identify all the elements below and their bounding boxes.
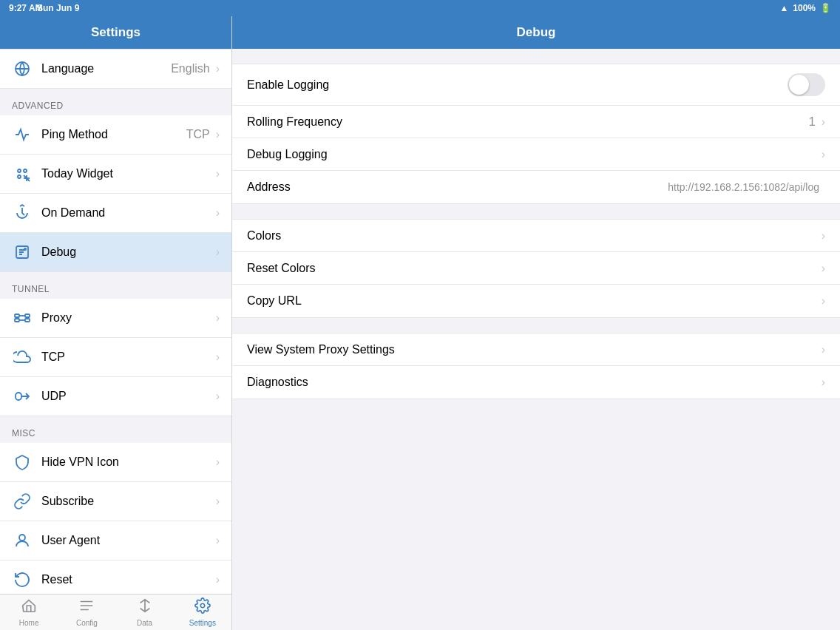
- address-value: http://192.168.2.156:1082/api/log: [668, 181, 819, 193]
- svg-rect-10: [25, 314, 30, 317]
- sidebar: Settings Language English › ADVANCED: [0, 16, 232, 630]
- tcp-label: TCP: [41, 350, 216, 364]
- ping-value: TCP: [186, 128, 210, 141]
- user-agent-label: User Agent: [41, 534, 216, 547]
- tunnel-header: TUNNEL: [0, 272, 231, 299]
- detail-row-diagnostics[interactable]: Diagnostics ›: [232, 366, 840, 399]
- main-layout: Settings Language English › ADVANCED: [0, 16, 840, 630]
- sidebar-item-subscribe[interactable]: Subscribe ›: [0, 482, 231, 521]
- sidebar-item-debug[interactable]: Debug ›: [0, 233, 231, 272]
- data-tab-label: Data: [137, 619, 152, 627]
- language-chevron: ›: [216, 62, 220, 75]
- widget-icon: [12, 163, 33, 184]
- globe-icon: [12, 58, 33, 79]
- language-label: Language: [41, 62, 171, 75]
- detail-row-view-system-proxy[interactable]: View System Proxy Settings ›: [232, 333, 840, 366]
- ping-icon: [12, 124, 33, 145]
- proxy-chevron: ›: [216, 311, 220, 325]
- widget-label: Today Widget: [41, 167, 216, 180]
- debug-label: Debug: [41, 245, 216, 259]
- detail-title: Debug: [232, 16, 840, 49]
- svg-point-8: [24, 248, 27, 251]
- detail-row-colors[interactable]: Colors ›: [232, 220, 840, 252]
- misc-header: MISC: [0, 416, 231, 443]
- home-tab-label: Home: [19, 619, 39, 627]
- address-label: Address: [247, 180, 668, 194]
- on-demand-chevron: ›: [216, 206, 220, 220]
- copy-url-chevron: ›: [822, 294, 825, 308]
- svg-point-2: [24, 169, 27, 172]
- wifi-icon: ▲: [779, 3, 788, 13]
- detail-panel: Debug Enable Logging Rolling Frequency 1…: [232, 16, 840, 630]
- hide-vpn-chevron: ›: [216, 455, 220, 469]
- sidebar-item-user-agent[interactable]: User Agent ›: [0, 521, 231, 560]
- debug-logging-chevron: ›: [822, 148, 825, 161]
- settings-tab-icon: [194, 597, 211, 617]
- config-tab-label: Config: [76, 619, 98, 627]
- udp-label: UDP: [41, 390, 216, 403]
- detail-row-enable-logging[interactable]: Enable Logging: [232, 64, 840, 106]
- copy-url-label: Copy URL: [247, 294, 822, 308]
- colors-label: Colors: [247, 229, 822, 243]
- subscribe-chevron: ›: [216, 495, 220, 508]
- hide-vpn-label: Hide VPN Icon: [41, 455, 216, 469]
- sidebar-item-tcp[interactable]: TCP ›: [0, 338, 231, 377]
- status-bar: 9:27 AM Sun Jun 9 ▲ 100% 🔋: [0, 0, 840, 16]
- settings-tab-label: Settings: [189, 619, 216, 627]
- tab-config[interactable]: Config: [58, 595, 115, 630]
- detail-row-rolling-frequency[interactable]: Rolling Frequency 1 ›: [232, 106, 840, 138]
- toggle-knob: [789, 75, 809, 95]
- widget-chevron: ›: [216, 167, 220, 180]
- sidebar-title: Settings: [0, 16, 231, 49]
- sidebar-item-udp[interactable]: UDP ›: [0, 377, 231, 416]
- sidebar-content: Language English › ADVANCED Ping Method …: [0, 49, 231, 594]
- status-time-date2: Sun Jun 9: [37, 3, 79, 13]
- svg-rect-9: [15, 314, 19, 317]
- debug-icon: [12, 242, 33, 262]
- detail-group-system: View System Proxy Settings › Diagnostics…: [232, 333, 840, 399]
- colors-chevron: ›: [822, 229, 825, 243]
- sidebar-item-hide-vpn[interactable]: Hide VPN Icon ›: [0, 443, 231, 482]
- proxy-label: Proxy: [41, 311, 216, 325]
- svg-rect-15: [16, 393, 21, 400]
- reset-chevron: ›: [216, 573, 220, 586]
- sidebar-item-reset[interactable]: Reset ›: [0, 560, 231, 594]
- section-advanced: ADVANCED Ping Method TCP › Today Widget …: [0, 89, 231, 272]
- sidebar-item-on-demand[interactable]: On Demand ›: [0, 194, 231, 233]
- section-tunnel: TUNNEL Proxy › TCP ›: [0, 272, 231, 416]
- svg-point-1: [18, 169, 21, 172]
- tab-data[interactable]: Data: [116, 595, 174, 630]
- home-tab-icon: [21, 597, 37, 617]
- tcp-icon: [12, 347, 33, 368]
- sidebar-item-today-widget[interactable]: Today Widget ›: [0, 155, 231, 194]
- detail-row-copy-url[interactable]: Copy URL ›: [232, 285, 840, 317]
- enable-logging-label: Enable Logging: [247, 78, 788, 92]
- config-tab-icon: [78, 597, 95, 617]
- detail-row-debug-logging[interactable]: Debug Logging ›: [232, 138, 840, 171]
- reset-icon: [12, 569, 33, 590]
- detail-content: Enable Logging Rolling Frequency 1 › Deb…: [232, 49, 840, 630]
- section-misc: MISC Hide VPN Icon › Subscribe ›: [0, 416, 231, 594]
- diagnostics-label: Diagnostics: [247, 376, 822, 389]
- svg-rect-12: [25, 319, 30, 322]
- reset-colors-chevron: ›: [822, 262, 825, 275]
- diagnostics-chevron: ›: [822, 376, 825, 389]
- sidebar-item-proxy[interactable]: Proxy ›: [0, 299, 231, 338]
- on-demand-label: On Demand: [41, 206, 216, 220]
- udp-chevron: ›: [216, 390, 220, 403]
- reset-label: Reset: [41, 573, 216, 586]
- rolling-freq-label: Rolling Frequency: [247, 115, 809, 129]
- debug-logging-label: Debug Logging: [247, 148, 822, 161]
- tab-home[interactable]: Home: [0, 595, 58, 630]
- sidebar-item-language[interactable]: Language English ›: [0, 49, 231, 89]
- battery-level: 100%: [793, 3, 816, 13]
- sidebar-item-ping-method[interactable]: Ping Method TCP ›: [0, 115, 231, 155]
- data-tab-icon: [137, 597, 153, 617]
- enable-logging-toggle[interactable]: [788, 73, 825, 96]
- detail-row-reset-colors[interactable]: Reset Colors ›: [232, 252, 840, 285]
- svg-point-3: [18, 175, 21, 178]
- tab-settings[interactable]: Settings: [174, 595, 231, 630]
- user-agent-chevron: ›: [216, 534, 220, 547]
- tcp-chevron: ›: [216, 350, 220, 364]
- rolling-freq-value: 1: [809, 115, 816, 129]
